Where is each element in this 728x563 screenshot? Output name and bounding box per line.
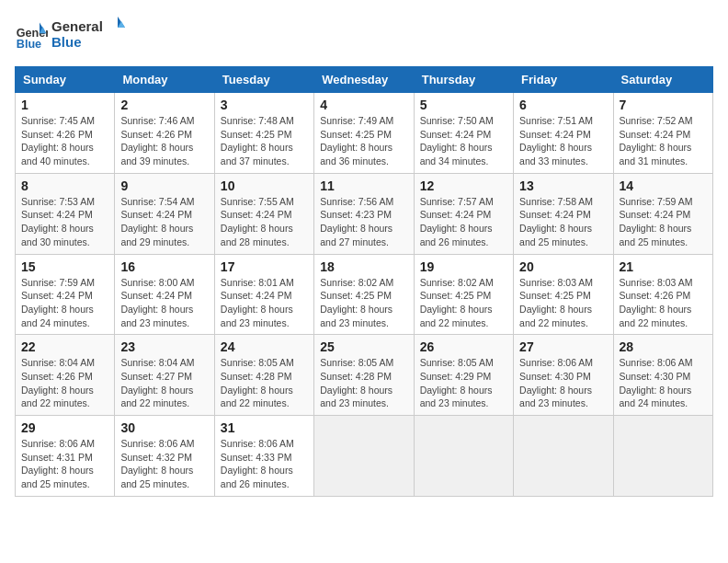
day-number: 12 [420,178,507,193]
day-number: 18 [320,259,407,274]
day-cell [514,416,613,497]
header-row: SundayMondayTuesdayWednesdayThursdayFrid… [16,67,713,93]
day-number: 1 [21,98,108,112]
day-number: 30 [120,420,208,435]
day-info: Sunrise: 8:05 AM Sunset: 4:28 PM Dayligh… [320,356,407,410]
day-number: 31 [221,420,308,435]
week-row-5: 29 Sunrise: 8:06 AM Sunset: 4:31 PM Dayl… [16,416,713,497]
day-info: Sunrise: 7:56 AM Sunset: 4:23 PM Dayligh… [320,195,407,249]
day-number: 13 [519,178,607,193]
day-info: Sunrise: 8:00 AM Sunset: 4:24 PM Dayligh… [120,276,208,330]
day-info: Sunrise: 8:06 AM Sunset: 4:33 PM Dayligh… [221,437,308,491]
day-cell: 27 Sunrise: 8:06 AM Sunset: 4:30 PM Dayl… [514,335,613,416]
day-number: 2 [120,98,208,112]
day-info: Sunrise: 7:51 AM Sunset: 4:24 PM Dayligh… [519,114,607,168]
day-cell: 19 Sunrise: 8:02 AM Sunset: 4:25 PM Dayl… [414,254,513,335]
day-cell: 28 Sunrise: 8:06 AM Sunset: 4:30 PM Dayl… [613,335,712,416]
day-cell: 4 Sunrise: 7:49 AM Sunset: 4:25 PM Dayli… [314,93,414,174]
day-cell: 7 Sunrise: 7:52 AM Sunset: 4:24 PM Dayli… [613,93,712,174]
day-info: Sunrise: 8:06 AM Sunset: 4:31 PM Dayligh… [21,437,108,491]
day-cell: 21 Sunrise: 8:03 AM Sunset: 4:26 PM Dayl… [613,254,712,335]
header-cell-sunday: Sunday [16,67,115,93]
day-cell: 20 Sunrise: 8:03 AM Sunset: 4:25 PM Dayl… [514,254,613,335]
day-cell: 1 Sunrise: 7:45 AM Sunset: 4:26 PM Dayli… [16,93,115,174]
day-info: Sunrise: 7:50 AM Sunset: 4:24 PM Dayligh… [420,114,507,168]
day-cell: 14 Sunrise: 7:59 AM Sunset: 4:24 PM Dayl… [613,173,712,254]
day-cell: 12 Sunrise: 7:57 AM Sunset: 4:24 PM Dayl… [414,173,513,254]
day-number: 11 [320,178,407,193]
calendar-table: SundayMondayTuesdayWednesdayThursdayFrid… [15,66,713,497]
day-number: 9 [120,178,208,193]
day-number: 26 [420,339,507,354]
day-cell: 13 Sunrise: 7:58 AM Sunset: 4:24 PM Dayl… [514,173,613,254]
day-number: 14 [620,178,707,193]
day-number: 16 [120,259,208,274]
day-cell: 23 Sunrise: 8:04 AM Sunset: 4:27 PM Dayl… [115,335,214,416]
day-number: 25 [320,339,407,354]
header-cell-thursday: Thursday [414,67,513,93]
day-cell: 24 Sunrise: 8:05 AM Sunset: 4:28 PM Dayl… [214,335,313,416]
header-cell-friday: Friday [514,67,613,93]
day-info: Sunrise: 8:05 AM Sunset: 4:29 PM Dayligh… [420,356,507,410]
day-cell [613,416,712,497]
day-info: Sunrise: 7:59 AM Sunset: 4:24 PM Dayligh… [620,195,707,249]
day-cell: 5 Sunrise: 7:50 AM Sunset: 4:24 PM Dayli… [414,93,513,174]
day-number: 15 [21,259,108,274]
day-cell: 6 Sunrise: 7:51 AM Sunset: 4:24 PM Dayli… [514,93,613,174]
day-info: Sunrise: 7:45 AM Sunset: 4:26 PM Dayligh… [21,114,108,168]
day-info: Sunrise: 8:06 AM Sunset: 4:30 PM Dayligh… [519,356,607,410]
day-info: Sunrise: 7:55 AM Sunset: 4:24 PM Dayligh… [221,195,308,249]
day-number: 20 [519,259,607,274]
week-row-2: 8 Sunrise: 7:53 AM Sunset: 4:24 PM Dayli… [16,173,713,254]
day-number: 29 [21,420,108,435]
week-row-1: 1 Sunrise: 7:45 AM Sunset: 4:26 PM Dayli… [16,93,713,174]
day-info: Sunrise: 7:58 AM Sunset: 4:24 PM Dayligh… [519,195,607,249]
day-number: 3 [221,98,308,112]
day-number: 19 [420,259,507,274]
day-info: Sunrise: 7:52 AM Sunset: 4:24 PM Dayligh… [620,114,707,168]
logo-svg: General Blue [51,15,125,52]
day-cell: 18 Sunrise: 8:02 AM Sunset: 4:25 PM Dayl… [314,254,414,335]
day-info: Sunrise: 8:06 AM Sunset: 4:32 PM Dayligh… [120,437,208,491]
day-cell: 26 Sunrise: 8:05 AM Sunset: 4:29 PM Dayl… [414,335,513,416]
day-info: Sunrise: 8:04 AM Sunset: 4:26 PM Dayligh… [21,356,108,410]
day-info: Sunrise: 8:06 AM Sunset: 4:30 PM Dayligh… [620,356,707,410]
day-cell: 16 Sunrise: 8:00 AM Sunset: 4:24 PM Dayl… [115,254,214,335]
day-cell: 15 Sunrise: 7:59 AM Sunset: 4:24 PM Dayl… [16,254,115,335]
day-cell: 29 Sunrise: 8:06 AM Sunset: 4:31 PM Dayl… [16,416,115,497]
day-info: Sunrise: 8:05 AM Sunset: 4:28 PM Dayligh… [221,356,308,410]
day-cell: 2 Sunrise: 7:46 AM Sunset: 4:26 PM Dayli… [115,93,214,174]
day-info: Sunrise: 8:02 AM Sunset: 4:25 PM Dayligh… [420,276,507,330]
day-info: Sunrise: 8:03 AM Sunset: 4:26 PM Dayligh… [620,276,707,330]
day-number: 4 [320,98,407,112]
day-cell [414,416,513,497]
day-cell: 3 Sunrise: 7:48 AM Sunset: 4:25 PM Dayli… [214,93,313,174]
header-cell-tuesday: Tuesday [214,67,313,93]
day-info: Sunrise: 7:59 AM Sunset: 4:24 PM Dayligh… [21,276,108,330]
day-cell: 8 Sunrise: 7:53 AM Sunset: 4:24 PM Dayli… [16,173,115,254]
svg-text:General: General [51,18,103,34]
day-info: Sunrise: 8:04 AM Sunset: 4:27 PM Dayligh… [120,356,208,410]
svg-text:Blue: Blue [51,34,82,50]
day-number: 17 [221,259,308,274]
logo: General Blue General Blue [15,15,125,55]
day-number: 6 [519,98,607,112]
day-number: 27 [519,339,607,354]
week-row-3: 15 Sunrise: 7:59 AM Sunset: 4:24 PM Dayl… [16,254,713,335]
day-info: Sunrise: 7:57 AM Sunset: 4:24 PM Dayligh… [420,195,507,249]
day-number: 21 [620,259,707,274]
calendar-body: 1 Sunrise: 7:45 AM Sunset: 4:26 PM Dayli… [16,93,713,497]
day-info: Sunrise: 7:49 AM Sunset: 4:25 PM Dayligh… [320,114,407,168]
day-number: 23 [120,339,208,354]
day-cell: 31 Sunrise: 8:06 AM Sunset: 4:33 PM Dayl… [214,416,313,497]
day-info: Sunrise: 7:54 AM Sunset: 4:24 PM Dayligh… [120,195,208,249]
day-number: 22 [21,339,108,354]
day-cell: 10 Sunrise: 7:55 AM Sunset: 4:24 PM Dayl… [214,173,313,254]
day-number: 24 [221,339,308,354]
header-cell-monday: Monday [115,67,214,93]
day-cell: 22 Sunrise: 8:04 AM Sunset: 4:26 PM Dayl… [16,335,115,416]
header-cell-saturday: Saturday [613,67,712,93]
header: General Blue General Blue [15,15,713,55]
day-number: 5 [420,98,507,112]
day-number: 10 [221,178,308,193]
